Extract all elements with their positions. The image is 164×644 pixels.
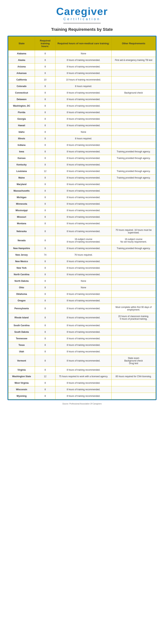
table-cell: 8: [35, 245, 56, 252]
col-header-hours: Required training hours:: [35, 36, 56, 50]
table-cell: 8 hours of training recommended.: [56, 335, 112, 342]
table-cell: 8 hours of training recommended.: [56, 291, 112, 297]
table-cell: 8 hours of training recommended.: [56, 322, 112, 329]
table-cell: [112, 220, 156, 227]
divider: [63, 23, 101, 23]
table-cell: 8: [35, 50, 56, 57]
table-cell: [112, 278, 156, 284]
table-cell: [112, 258, 156, 264]
table-cell: 8 hours of training recommended.: [56, 161, 112, 168]
table-row: Nevada816-subject course 8 hours of trai…: [8, 236, 156, 245]
table-cell: 8 hours of training recommended.: [56, 207, 112, 214]
table-cell: Idaho: [8, 129, 35, 135]
table-cell: State exam Background check Drug test: [112, 355, 156, 366]
table-cell: North Dakota: [8, 278, 35, 284]
table-cell: Texas: [8, 342, 35, 348]
table-cell: Washington, DC: [8, 102, 35, 109]
table-cell: Wyoming: [8, 393, 35, 399]
table-cell: 8: [35, 297, 56, 304]
table-cell: 8: [35, 335, 56, 342]
table-cell: 12: [35, 168, 56, 174]
table-cell: 8 hours of training recommended.: [56, 393, 112, 399]
table-cell: [112, 329, 156, 335]
table-row: Pennsylvania88 hours of training recomme…: [8, 304, 156, 313]
table-cell: [112, 386, 156, 393]
table-cell: Indiana: [8, 142, 35, 148]
section-title: Training Requirements by State: [8, 27, 156, 32]
table-cell: 8 hours of training recommended.: [56, 96, 112, 102]
table-cell: 8 hours of training recommended.: [56, 181, 112, 188]
table-cell: Training provided through agency.: [112, 174, 156, 181]
table-row: Arizona88 hours of training recommended.: [8, 63, 156, 70]
table-cell: 8 hours required.: [56, 83, 112, 90]
table-cell: 10 hours of training recommended.: [56, 76, 112, 83]
table-row: Rhode Island88 hours of training recomme…: [8, 313, 156, 322]
table-row: Texas88 hours of training recommended.: [8, 342, 156, 348]
table-cell: Oregon: [8, 297, 35, 304]
table-cell: 8 hours of training recommended.: [56, 148, 112, 155]
table-cell: Kansas: [8, 155, 35, 161]
table-cell: Delaware: [8, 96, 35, 102]
table-cell: 8: [35, 90, 56, 96]
table-cell: 8 hours of training recommended.: [56, 258, 112, 264]
table-cell: 8: [35, 342, 56, 348]
table-cell: 8 hours of training recommended.: [56, 194, 112, 200]
table-cell: 8 hours of training recommended.: [56, 57, 112, 63]
table-cell: [112, 194, 156, 200]
table-cell: 74: [35, 252, 56, 258]
table-cell: [112, 297, 156, 304]
table-row: Alabama8None: [8, 50, 156, 57]
table-row: Michigan88 hours of training recommended…: [8, 194, 156, 200]
table-row: Washington, DC88 hours of training recom…: [8, 102, 156, 109]
table-cell: 8: [35, 313, 56, 322]
table-cell: Hawaii: [8, 122, 35, 129]
table-cell: 8: [35, 329, 56, 335]
table-cell: 8 hours of training recommended.: [56, 386, 112, 393]
table-cell: 8 hours of training recommended.: [56, 271, 112, 278]
table-row: Oklahoma88 hours of training recommended…: [8, 291, 156, 297]
table-cell: None: [56, 278, 112, 284]
table-row: Mississippi88 hours of training recommen…: [8, 207, 156, 214]
table-cell: 8: [35, 227, 56, 236]
table-cell: 8 hours of training recommended.: [56, 168, 112, 174]
table-cell: 16-subject course No set hourly requirem…: [112, 236, 156, 245]
table-cell: Colorado: [8, 83, 35, 90]
table-cell: 8: [35, 57, 56, 63]
table-cell: 8: [35, 264, 56, 271]
table-cell: [112, 366, 156, 373]
footer-source: Source: Professional Association Of Care…: [8, 403, 156, 405]
table-row: South Carolina88 hours of training recom…: [8, 322, 156, 329]
table-cell: [112, 70, 156, 76]
table-cell: Iowa: [8, 148, 35, 155]
table-cell: [112, 116, 156, 122]
table-row: Iowa88 hours of training recommended.Tra…: [8, 148, 156, 155]
table-cell: 8 hours of training recommended.: [56, 116, 112, 122]
table-cell: Georgia: [8, 116, 35, 122]
table-cell: [112, 207, 156, 214]
table-cell: [112, 342, 156, 348]
table-cell: Michigan: [8, 194, 35, 200]
table-cell: 8 hours of training recommended.: [56, 366, 112, 373]
table-cell: 8 hours of training recommended.: [56, 155, 112, 161]
table-row: Hawaii88 hours of training recommended.: [8, 122, 156, 129]
table-cell: Massachusetts: [8, 188, 35, 194]
table-row: North Carolina88 hours of training recom…: [8, 271, 156, 278]
table-row: Montana88 hours of training recommended.: [8, 220, 156, 227]
table-cell: 8: [35, 348, 56, 355]
table-cell: 8: [35, 366, 56, 373]
table-cell: 8: [35, 322, 56, 329]
table-row: Maryland88 hours of training recommended…: [8, 181, 156, 188]
table-cell: 8 hours of training recommended.: [56, 102, 112, 109]
table-cell: 8 hours of training recommended.: [56, 329, 112, 335]
table-row: Arkansas88 hours of training recommended…: [8, 70, 156, 76]
table-cell: [112, 181, 156, 188]
table-cell: [112, 83, 156, 90]
table-cell: 8: [35, 214, 56, 220]
table-cell: 8: [35, 122, 56, 129]
table-cell: 8 hours of training recommended.: [56, 264, 112, 271]
table-cell: Nebraska: [8, 227, 35, 236]
table-cell: 75 hours required. 16 hours must be supe…: [112, 227, 156, 236]
table-cell: 8: [35, 278, 56, 284]
table-row: New Jersey7476 hours required.: [8, 252, 156, 258]
table-row: Illinois88 hours required.: [8, 135, 156, 142]
